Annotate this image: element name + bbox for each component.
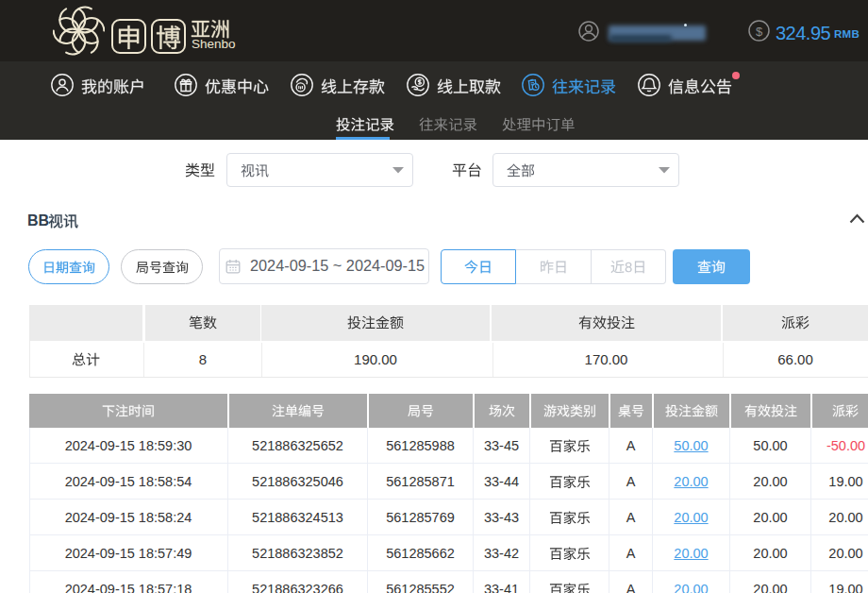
- svg-text:$: $: [756, 25, 763, 39]
